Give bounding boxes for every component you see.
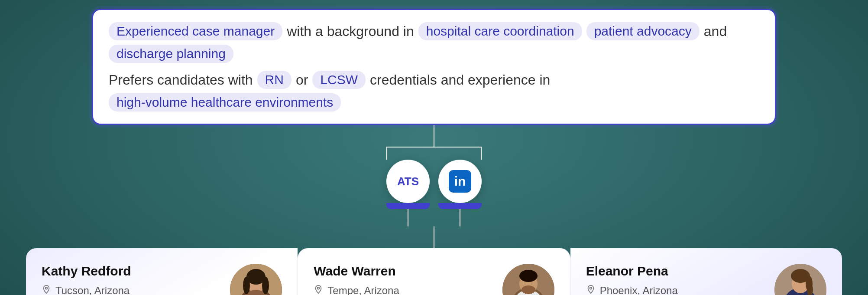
candidate-info-2: Wade Warren Tempe, Arizona: [314, 264, 493, 295]
horiz-line-sources: [386, 147, 482, 148]
location-icon-3: [586, 285, 596, 295]
chip-patient-advocacy: patient advocacy: [586, 22, 700, 40]
main-container: Experienced case manager with a backgrou…: [0, 0, 868, 295]
candidate-location-3: Phoenix, Arizona: [586, 285, 766, 295]
candidate-avatar-1: [230, 264, 282, 295]
candidate-name-2: Wade Warren: [314, 264, 493, 279]
location-icon-1: [42, 285, 51, 295]
text-with-background: with a background in: [287, 23, 414, 39]
chip-hospital-care: hospital care coordination: [418, 22, 582, 40]
candidate-location-text-3: Phoenix, Arizona: [600, 285, 678, 295]
linkedin-source: in: [438, 160, 482, 226]
candidate-name-1: Kathy Redford: [42, 264, 221, 279]
text-prefers-candidates: Prefers candidates with: [109, 72, 253, 88]
linkedin-vert-line: [460, 209, 460, 226]
chip-discharge-planning: discharge planning: [109, 45, 233, 63]
ats-label: ATS: [397, 175, 419, 188]
candidate-location-text-2: Tempe, Arizona: [327, 285, 399, 295]
chip-experienced-case-manager: Experienced case manager: [109, 22, 282, 40]
chip-high-volume: high-volume healthcare environments: [109, 93, 341, 111]
query-box: Experienced case manager with a backgrou…: [92, 9, 776, 125]
candidate-location-1: Tucson, Arizona: [42, 285, 221, 295]
candidate-info-3: Eleanor Pena Phoenix, Arizona: [586, 264, 766, 295]
candidate-avatar-2: [502, 264, 554, 295]
sources-row: ATS in: [386, 160, 482, 226]
location-icon-2: [314, 285, 323, 295]
svg-point-10: [317, 287, 320, 289]
svg-point-16: [519, 270, 538, 282]
linkedin-circle[interactable]: in: [438, 160, 482, 203]
candidate-card-2: Wade Warren Tempe, Arizona: [298, 248, 570, 295]
candidate-info-1: Kathy Redford Tucson, Arizona: [42, 264, 221, 295]
candidate-avatar-3: [774, 264, 826, 295]
svg-point-8: [243, 277, 250, 294]
candidate-location-2: Tempe, Arizona: [314, 285, 493, 295]
vert-line-to-cards: [434, 226, 434, 248]
vert-line-1: [434, 125, 434, 147]
candidate-name-3: Eleanor Pena: [586, 264, 766, 279]
query-line-1: Experienced case manager with a backgrou…: [109, 22, 759, 63]
svg-point-9: [262, 277, 269, 294]
chip-rn: RN: [257, 71, 291, 89]
query-line-2: Prefers candidates with RN or LCSW crede…: [109, 71, 759, 111]
text-credentials: credentials and experience in: [370, 72, 550, 88]
text-or: or: [296, 72, 308, 88]
candidates-section: Kathy Redford Tucson, Arizona: [26, 248, 842, 295]
candidate-card-3: Eleanor Pena Phoenix, Arizona: [570, 248, 842, 295]
candidate-location-text-1: Tucson, Arizona: [55, 285, 130, 295]
ats-vert-line: [408, 209, 408, 226]
connector-top-section: ATS in: [386, 125, 482, 248]
chip-lcsw: LCSW: [312, 71, 366, 89]
linkedin-icon: in: [449, 170, 471, 193]
ats-source: ATS: [386, 160, 430, 226]
candidate-card-1: Kathy Redford Tucson, Arizona: [26, 248, 298, 295]
svg-point-17: [521, 285, 535, 294]
text-and: and: [704, 23, 727, 39]
svg-point-0: [45, 287, 48, 289]
ats-circle[interactable]: ATS: [386, 160, 430, 203]
svg-point-18: [589, 287, 592, 289]
